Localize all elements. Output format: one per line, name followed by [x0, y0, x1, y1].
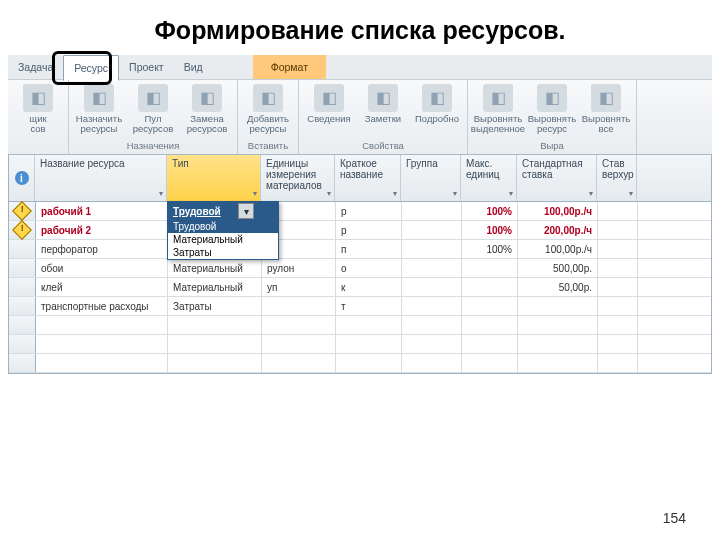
sort-icon[interactable]: ▾	[327, 189, 331, 198]
cell-empty[interactable]	[462, 335, 518, 353]
cell-short[interactable]: р	[336, 221, 402, 239]
ribbon-button[interactable]: ◧Выровнятьвыделенное	[474, 82, 522, 135]
sort-icon[interactable]: ▾	[393, 189, 397, 198]
table-row[interactable]: транспортные расходыЗатратыт	[9, 297, 711, 316]
cell-group[interactable]	[402, 297, 462, 315]
ribbon-button[interactable]: ◧Назначитьресурсы	[75, 82, 123, 135]
ribbon-button[interactable]: ◧Подробно	[413, 82, 461, 124]
cell-short[interactable]: о	[336, 259, 402, 277]
cell-max[interactable]	[462, 297, 518, 315]
tab-Проект[interactable]: Проект	[119, 55, 174, 79]
cell-over[interactable]	[598, 221, 638, 239]
cell-over[interactable]	[598, 259, 638, 277]
cell-empty[interactable]	[402, 335, 462, 353]
table-row-empty[interactable]	[9, 316, 711, 335]
cell-rate[interactable]: 100,00р./ч	[518, 202, 598, 220]
cell-short[interactable]: п	[336, 240, 402, 258]
cell-unit[interactable]: уп	[262, 278, 336, 296]
cell-max[interactable]: 100%	[462, 240, 518, 258]
cell-group[interactable]	[402, 259, 462, 277]
cell-empty[interactable]	[598, 354, 638, 372]
cell-empty[interactable]	[518, 316, 598, 334]
cell-empty[interactable]	[598, 316, 638, 334]
ribbon-button[interactable]: ◧Пулресурсов	[129, 82, 177, 135]
chevron-down-icon[interactable]: ▾	[238, 203, 254, 219]
dropdown-selected[interactable]: Трудовой ▾	[168, 202, 278, 220]
cell-name[interactable]: обои	[36, 259, 168, 277]
ribbon-button[interactable]: ◧Сведения	[305, 82, 353, 124]
ribbon-button[interactable]: ◧Выровнятьвсе	[582, 82, 630, 135]
cell-name[interactable]: перфоратор	[36, 240, 168, 258]
cell-rate[interactable]: 100,00р./ч	[518, 240, 598, 258]
tab-Ресурс[interactable]: Ресурс	[63, 55, 119, 81]
cell-over[interactable]	[598, 202, 638, 220]
cell-type[interactable]: Материальный	[168, 259, 262, 277]
table-row-empty[interactable]	[9, 335, 711, 354]
cell-unit[interactable]	[262, 297, 336, 315]
cell-empty[interactable]	[598, 335, 638, 353]
tab-Вид[interactable]: Вид	[174, 55, 213, 79]
tab-Задача[interactable]: Задача	[8, 55, 63, 79]
cell-type[interactable]: Материальный	[168, 278, 262, 296]
sort-icon[interactable]: ▾	[453, 189, 457, 198]
cell-over[interactable]	[598, 297, 638, 315]
cell-empty[interactable]	[36, 316, 168, 334]
cell-empty[interactable]	[168, 316, 262, 334]
cell-empty[interactable]	[518, 354, 598, 372]
column-header-group[interactable]: Группа▾	[401, 155, 461, 201]
cell-type[interactable]: Затраты	[168, 297, 262, 315]
cell-over[interactable]	[598, 240, 638, 258]
table-row[interactable]: обоиМатериальныйрулоно500,00р.	[9, 259, 711, 278]
cell-max[interactable]	[462, 259, 518, 277]
column-header-max[interactable]: Макс.единиц▾	[461, 155, 517, 201]
table-row[interactable]: рабочий 2Трудовойр100%200,00р./ч	[9, 221, 711, 240]
table-row[interactable]: клейМатериальныйупк50,00р.	[9, 278, 711, 297]
dropdown-option[interactable]: Материальный	[168, 233, 278, 246]
tab-format[interactable]: Формат	[253, 55, 326, 79]
cell-empty[interactable]	[168, 354, 262, 372]
column-header-info[interactable]: i	[9, 155, 35, 201]
cell-max[interactable]	[462, 278, 518, 296]
cell-group[interactable]	[402, 278, 462, 296]
sort-icon[interactable]: ▾	[253, 189, 257, 198]
ribbon-button[interactable]: ◧щиксов	[14, 82, 62, 135]
column-header-unit[interactable]: Единицыизмеренияматериалов▾	[261, 155, 335, 201]
cell-empty[interactable]	[262, 335, 336, 353]
cell-name[interactable]: клей	[36, 278, 168, 296]
column-header-short[interactable]: Краткоеназвание▾	[335, 155, 401, 201]
cell-short[interactable]: р	[336, 202, 402, 220]
ribbon-button[interactable]: ◧Выровнятьресурс	[528, 82, 576, 135]
column-header-type[interactable]: Тип▾	[167, 155, 261, 201]
cell-over[interactable]	[598, 278, 638, 296]
cell-rate[interactable]: 50,00р.	[518, 278, 598, 296]
sort-icon[interactable]: ▾	[159, 189, 163, 198]
cell-short[interactable]: к	[336, 278, 402, 296]
table-row-empty[interactable]	[9, 354, 711, 373]
cell-empty[interactable]	[402, 354, 462, 372]
cell-rate[interactable]: 500,00р.	[518, 259, 598, 277]
cell-empty[interactable]	[262, 316, 336, 334]
cell-empty[interactable]	[518, 335, 598, 353]
table-row[interactable]: перфораторп100%100,00р./ч	[9, 240, 711, 259]
cell-max[interactable]: 100%	[462, 202, 518, 220]
cell-empty[interactable]	[336, 354, 402, 372]
cell-name[interactable]: рабочий 1	[36, 202, 168, 220]
cell-name[interactable]: транспортные расходы	[36, 297, 168, 315]
cell-short[interactable]: т	[336, 297, 402, 315]
column-header-name[interactable]: Название ресурса▾	[35, 155, 167, 201]
cell-group[interactable]	[402, 221, 462, 239]
cell-empty[interactable]	[336, 316, 402, 334]
column-header-over[interactable]: Ставверхур▾	[597, 155, 637, 201]
cell-group[interactable]	[402, 202, 462, 220]
cell-empty[interactable]	[36, 335, 168, 353]
type-dropdown[interactable]: Трудовой ▾ ТрудовойМатериальныйЗатраты	[167, 201, 279, 260]
sort-icon[interactable]: ▾	[589, 189, 593, 198]
cell-unit[interactable]: рулон	[262, 259, 336, 277]
dropdown-option[interactable]: Затраты	[168, 246, 278, 259]
cell-max[interactable]: 100%	[462, 221, 518, 239]
sort-icon[interactable]: ▾	[629, 189, 633, 198]
sort-icon[interactable]: ▾	[509, 189, 513, 198]
column-header-rate[interactable]: Стандартнаяставка▾	[517, 155, 597, 201]
cell-rate[interactable]: 200,00р./ч	[518, 221, 598, 239]
cell-empty[interactable]	[168, 335, 262, 353]
